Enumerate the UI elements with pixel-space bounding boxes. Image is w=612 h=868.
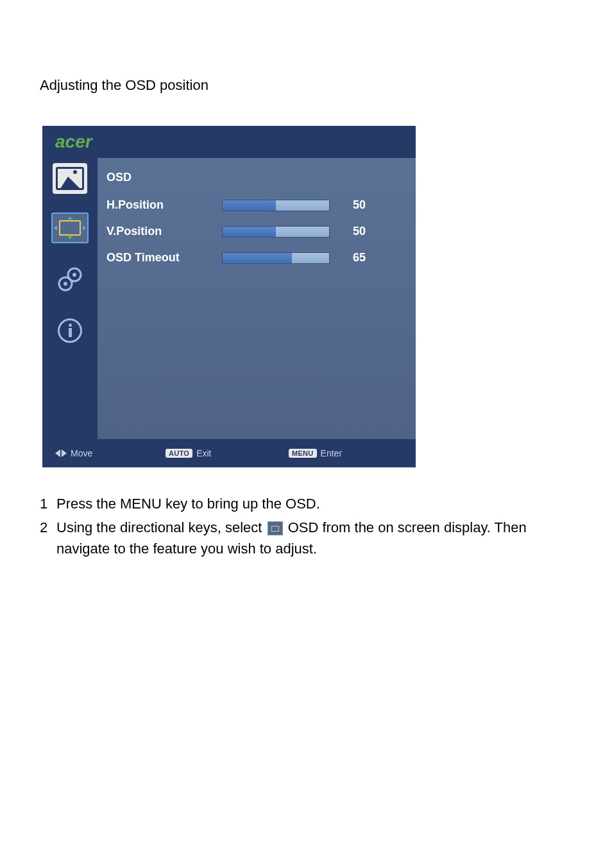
row-value: 65 <box>353 251 366 265</box>
move-label: Move <box>71 448 92 458</box>
osd-content: OSD H.Position 50 V.Position 50 OSD Time… <box>98 158 416 439</box>
slider[interactable] <box>222 200 330 211</box>
instruction-text-before: Using the directional keys, select <box>56 519 266 535</box>
osd-header: acer <box>42 126 416 158</box>
row-label: V.Position <box>106 225 222 238</box>
slider[interactable] <box>222 226 330 238</box>
sidebar-item-info[interactable] <box>51 313 89 348</box>
sidebar-item-setting[interactable] <box>51 262 89 297</box>
slider-fill <box>223 200 276 211</box>
instruction-number: 1 <box>40 493 56 514</box>
sidebar-item-picture[interactable] <box>53 163 87 194</box>
slider[interactable] <box>222 252 330 264</box>
enter-label: Enter <box>321 448 342 458</box>
info-icon <box>58 318 82 343</box>
section-title: OSD <box>106 171 405 184</box>
row-label: OSD Timeout <box>106 251 222 265</box>
slider-fill <box>223 227 276 237</box>
footer-move-hint: Move <box>55 448 158 458</box>
page-title: Adjusting the OSD position <box>40 77 572 94</box>
osd-position-icon <box>51 213 89 243</box>
instruction-text: Press the MENU key to bring up the OSD. <box>56 493 572 514</box>
setting-icon <box>56 265 84 293</box>
footer-exit-hint: AUTO Exit <box>166 448 281 458</box>
picture-icon <box>56 167 84 190</box>
auto-badge: AUTO <box>166 449 192 458</box>
exit-label: Exit <box>196 448 211 458</box>
instructions: 1 Press the MENU key to bring up the OSD… <box>40 493 572 559</box>
osd-sidebar <box>42 158 98 439</box>
instruction-item: 2 Using the directional keys, select OSD… <box>40 517 572 559</box>
instruction-item: 1 Press the MENU key to bring up the OSD… <box>40 493 572 514</box>
row-h-position[interactable]: H.Position 50 <box>104 198 405 212</box>
row-v-position[interactable]: V.Position 50 <box>104 225 405 238</box>
row-osd-timeout[interactable]: OSD Timeout 65 <box>104 251 405 265</box>
instruction-text: Using the directional keys, select OSD f… <box>56 517 572 559</box>
osd-footer: Move AUTO Exit MENU Enter <box>42 439 416 467</box>
row-value: 50 <box>353 225 366 238</box>
footer-enter-hint: MENU Enter <box>289 448 342 458</box>
sidebar-item-osd[interactable] <box>51 211 89 245</box>
slider-fill <box>223 253 292 263</box>
osd-panel: acer <box>42 126 416 467</box>
svg-point-1 <box>64 282 67 286</box>
svg-point-3 <box>72 273 76 277</box>
menu-badge: MENU <box>289 449 317 458</box>
row-value: 50 <box>353 198 366 212</box>
move-arrows-icon <box>55 449 67 457</box>
instruction-number: 2 <box>40 517 56 559</box>
osd-body: OSD H.Position 50 V.Position 50 OSD Time… <box>42 158 416 439</box>
brand-logo: acer <box>55 132 92 152</box>
osd-position-icon <box>268 521 283 535</box>
row-label: H.Position <box>106 198 222 212</box>
